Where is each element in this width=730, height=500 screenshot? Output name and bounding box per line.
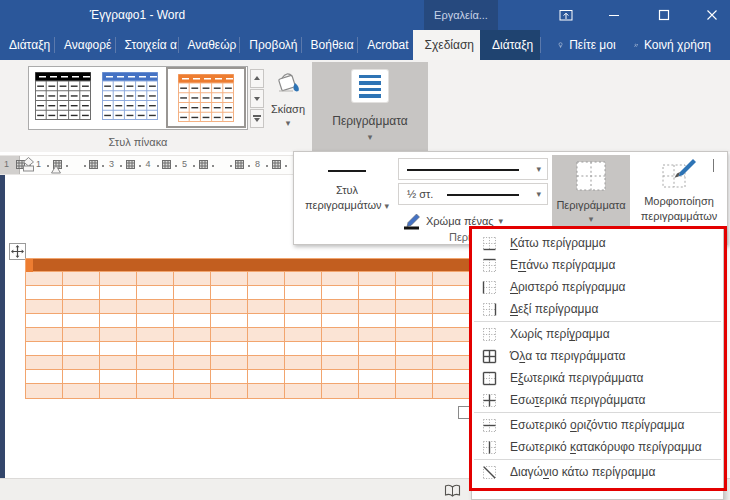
table-row[interactable] <box>26 314 505 328</box>
menu-item-label: Δεξί περίγραμμα <box>510 302 598 316</box>
border-outside-icon <box>482 371 497 386</box>
share-button[interactable]: Κοινή χρήση <box>625 30 720 60</box>
line-style-sample <box>407 169 519 171</box>
ruler-number: 1 <box>36 159 41 169</box>
border-styles-label-line2: περιγραμμάτων ▾ <box>305 199 389 211</box>
border-inside-vertical-icon <box>482 440 497 455</box>
menu-item-border-all[interactable]: Όλα τα περιγράμματα <box>472 345 723 367</box>
document-table[interactable] <box>25 258 506 399</box>
pen-color-label: Χρώμα πένας <box>426 215 494 227</box>
tab-acrobat[interactable]: Acrobat <box>358 30 412 60</box>
menu-item-border-bottom[interactable]: Κάτω περίγραμμα <box>472 232 723 254</box>
table-row[interactable] <box>26 356 505 370</box>
table-resize-handle[interactable] <box>458 406 471 419</box>
line-weight-combobox[interactable]: ½ στ. ▾ <box>398 183 548 205</box>
minimize-button[interactable] <box>598 0 630 30</box>
borders-dropdown-button[interactable]: Περιγράμματα ▾ <box>552 155 630 235</box>
line-weight-sample <box>447 194 519 196</box>
table-tools-contextual-header: Εργαλεία... <box>424 0 498 30</box>
menu-item-border-inside-vertical[interactable]: Εσωτερικό κατακόρυφο περίγραμμα <box>472 436 723 458</box>
triangle-down-icon <box>254 97 260 104</box>
table-row[interactable] <box>26 300 505 314</box>
table-row[interactable] <box>26 342 505 356</box>
tab-review[interactable]: Αναθεώρ <box>178 30 239 60</box>
tell-me-button[interactable]: Πείτε μοι <box>549 30 624 60</box>
border-bottom-icon <box>482 236 497 251</box>
table-styles-gallery <box>28 66 248 130</box>
table-header-first-cell[interactable] <box>26 259 33 272</box>
border-painter-label-line1: Μορφοποίηση <box>644 195 714 207</box>
ribbon-display-options-button[interactable] <box>550 0 582 30</box>
table-column-marker[interactable] <box>235 160 244 169</box>
table-row[interactable] <box>26 370 505 384</box>
table-column-marker[interactable] <box>199 160 208 169</box>
shading-button[interactable]: Σκίαση ▾ <box>264 66 312 150</box>
table-style-thumbnail <box>178 74 234 122</box>
tab-layout[interactable]: Διάταξη <box>0 30 54 60</box>
tell-me-label: Πείτε μοι <box>569 38 615 52</box>
hanging-indent-marker[interactable] <box>51 165 61 174</box>
table-move-handle[interactable] <box>9 243 26 260</box>
menu-item-border-none[interactable]: Χωρίς περίγραμμα <box>472 323 723 345</box>
ruler-number: 8 <box>255 159 260 169</box>
line-style-combobox[interactable]: ▾ <box>398 158 548 180</box>
tab-design-active[interactable]: Σχεδίαση <box>413 30 480 60</box>
borders-ribbon-button[interactable]: Περιγράμματα ▾ <box>312 62 428 152</box>
table-style-option-orange-selected[interactable] <box>166 67 246 128</box>
menu-item-label: Εσωτερικό κατακόρυφο περίγραμμα <box>510 440 702 454</box>
table-column-marker[interactable] <box>272 160 281 169</box>
menu-item-border-inside-horizontal[interactable]: Εσωτερικό οριζόντιο περίγραμμα <box>472 414 723 436</box>
menu-item-border-right[interactable]: Δεξί περίγραμμα <box>472 298 723 320</box>
border-styles-button[interactable]: Στυλ περιγραμμάτων ▾ <box>300 156 394 238</box>
maximize-icon <box>658 9 670 21</box>
menu-item-border-top[interactable]: Επάνω περίγραμμα <box>472 254 723 276</box>
gallery-scroll-down-button[interactable] <box>250 89 264 108</box>
table-row[interactable] <box>26 272 505 286</box>
tab-table-layout-contextual[interactable]: Διάταξη <box>480 30 540 60</box>
gallery-scroll-up-button[interactable] <box>250 69 264 88</box>
read-mode-view-button[interactable] <box>441 482 463 499</box>
menu-item-label: Επάνω περίγραμμα <box>510 258 615 272</box>
menu-item-border-outside[interactable]: Εξωτερικά περιγράμματα <box>472 367 723 389</box>
table-column-marker[interactable] <box>126 160 135 169</box>
shading-label: Σκίαση <box>271 103 305 115</box>
menu-item-label: Εξωτερικά περιγράμματα <box>510 371 643 385</box>
menu-item-border-inside[interactable]: Εσωτερικά περιγράμματα <box>472 389 723 411</box>
maximize-button[interactable] <box>648 0 680 30</box>
tab-separator <box>540 37 541 53</box>
horizontal-ruler[interactable]: 113458 <box>0 155 300 175</box>
menu-item-border-diagonal-down[interactable]: Διαγώνιο κάτω περίγραμμα <box>472 461 723 483</box>
table-row[interactable] <box>26 384 505 398</box>
table-tools-label: Εργαλεία... <box>434 9 488 21</box>
tab-references[interactable]: Αναφορέ <box>55 30 115 60</box>
table-style-option-plain[interactable] <box>35 72 91 120</box>
table-column-marker[interactable] <box>162 160 171 169</box>
indent-markers[interactable] <box>23 157 34 172</box>
menu-item-border-left[interactable]: Αριστερό περίγραμμα <box>472 276 723 298</box>
triangle-down-icon <box>254 118 260 125</box>
border-left-icon <box>482 280 497 295</box>
table-column-marker[interactable] <box>89 160 98 169</box>
border-all-icon <box>482 349 497 364</box>
menu-item-label: Χωρίς περίγραμμα <box>510 327 610 341</box>
menu-item-label: Εσωτερικό οριζόντιο περίγραμμα <box>510 418 684 432</box>
borders-grid-icon <box>575 160 607 192</box>
gallery-more-button[interactable] <box>250 109 264 128</box>
close-icon <box>706 9 718 21</box>
table-row[interactable] <box>26 328 505 342</box>
table-style-option-blue[interactable] <box>102 72 158 120</box>
table-header-row[interactable] <box>26 259 505 272</box>
ruler-number: 5 <box>182 159 187 169</box>
title-bar: Έγγραφο1 - Word Εργαλεία... <box>0 0 730 30</box>
lightbulb-icon <box>558 37 563 53</box>
close-button[interactable] <box>696 0 728 30</box>
dropdown-arrow-icon: ▾ <box>536 164 541 174</box>
table-row[interactable] <box>26 286 505 300</box>
tab-help[interactable]: Βοήθεια <box>302 30 358 60</box>
border-painter-button[interactable]: Μορφοποίηση περιγραμμάτων <box>633 155 725 235</box>
tab-view[interactable]: Προβολή <box>240 30 300 60</box>
menu-item-label: Αριστερό περίγραμμα <box>510 280 626 294</box>
tab-mailings[interactable]: Στοιχεία α <box>116 30 178 60</box>
collapse-ribbon-button[interactable] <box>713 160 722 169</box>
menu-separator <box>474 412 721 413</box>
